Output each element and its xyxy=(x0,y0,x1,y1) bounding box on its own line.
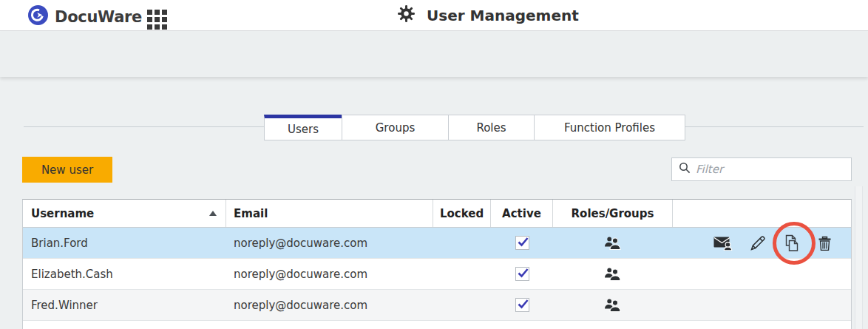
table-header-row: Username Email Locked Active Roles/Group… xyxy=(23,200,851,228)
tab-bar: Users Groups Roles Function Profiles xyxy=(264,115,685,140)
locked-cell xyxy=(433,228,491,258)
roles-groups-cell xyxy=(553,228,673,258)
email-cell: noreply@docuware.com xyxy=(226,228,433,258)
actions-cell xyxy=(673,259,851,289)
roles-groups-cell xyxy=(553,259,673,289)
active-cell xyxy=(491,259,553,289)
users-table: Username Email Locked Active Roles/Group… xyxy=(22,199,852,329)
filter-box xyxy=(671,157,852,181)
active-checkbox-checked[interactable] xyxy=(515,298,529,312)
col-header-locked[interactable]: Locked xyxy=(433,200,491,227)
content-area: Users Groups Roles Function Profiles New… xyxy=(0,77,868,329)
group-icon[interactable] xyxy=(604,267,622,281)
email-cell: noreply@docuware.com xyxy=(226,259,433,289)
active-cell xyxy=(491,290,553,320)
active-checkbox-checked[interactable] xyxy=(515,236,529,250)
search-icon xyxy=(679,162,691,177)
col-header-username-label: Username xyxy=(31,207,94,220)
toolbar-band xyxy=(0,32,868,77)
scrollbar-track[interactable] xyxy=(855,186,863,329)
table-body: Brian.Fordnoreply@docuware.com xyxy=(23,228,851,321)
col-header-active[interactable]: Active xyxy=(491,200,553,227)
delete-icon[interactable] xyxy=(818,235,832,251)
tab-groups[interactable]: Groups xyxy=(342,115,449,140)
col-header-email[interactable]: Email xyxy=(226,200,433,227)
send-email-icon[interactable] xyxy=(713,236,733,251)
sort-ascending-icon xyxy=(209,211,217,216)
username-cell: Elizabeth.Cash xyxy=(23,259,226,289)
email-cell: noreply@docuware.com xyxy=(226,290,433,320)
page-title-text: User Management xyxy=(427,7,579,24)
locked-cell xyxy=(433,290,491,320)
username-cell: Fred.Winner xyxy=(23,290,226,320)
apps-grid-icon[interactable] xyxy=(147,10,167,30)
gear-icon xyxy=(397,4,416,26)
username-cell: Brian.Ford xyxy=(23,228,226,258)
copy-icon[interactable] xyxy=(783,234,801,252)
locked-cell xyxy=(433,259,491,289)
user-management-page: DocuWare User Management xyxy=(0,0,868,329)
group-icon[interactable] xyxy=(604,236,622,250)
tab-function-profiles[interactable]: Function Profiles xyxy=(534,115,685,140)
table-row[interactable]: Brian.Fordnoreply@docuware.com xyxy=(23,228,851,259)
page-title: User Management xyxy=(397,0,579,30)
tab-roles[interactable]: Roles xyxy=(448,115,535,140)
active-cell xyxy=(491,228,553,258)
brand[interactable]: DocuWare xyxy=(28,5,142,28)
table-row[interactable]: Fred.Winnernoreply@docuware.com xyxy=(23,290,851,321)
brand-name: DocuWare xyxy=(55,8,142,26)
edit-icon[interactable] xyxy=(750,235,766,251)
filter-input[interactable] xyxy=(696,163,844,176)
col-header-roles-groups[interactable]: Roles/Groups xyxy=(553,200,673,227)
table-row[interactable]: Elizabeth.Cashnoreply@docuware.com xyxy=(23,259,851,290)
col-header-actions xyxy=(673,200,851,227)
top-bar: DocuWare User Management xyxy=(0,0,868,31)
group-icon[interactable] xyxy=(604,298,622,312)
col-header-username[interactable]: Username xyxy=(23,200,226,227)
active-checkbox-checked[interactable] xyxy=(515,267,529,281)
actions-cell xyxy=(673,290,851,320)
new-user-button[interactable]: New user xyxy=(22,157,112,183)
actions-cell xyxy=(673,228,851,258)
docuware-logo-icon xyxy=(28,5,48,28)
roles-groups-cell xyxy=(553,290,673,320)
tab-users[interactable]: Users xyxy=(264,115,342,140)
